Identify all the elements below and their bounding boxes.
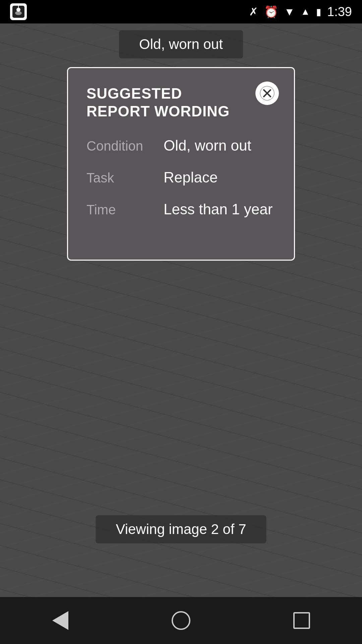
close-button[interactable] bbox=[255, 82, 279, 105]
background-image: Old, worn out SUGGESTED REPORT WORDING C… bbox=[0, 23, 362, 610]
back-button[interactable] bbox=[44, 604, 77, 637]
app-icon bbox=[10, 3, 27, 20]
condition-value: Old, worn out bbox=[164, 137, 276, 154]
wifi-icon: ▼ bbox=[284, 6, 295, 18]
alarm-icon: ⏰ bbox=[264, 5, 278, 18]
signal-icon: ▲ bbox=[301, 6, 310, 17]
status-bar-left bbox=[10, 3, 27, 20]
recent-icon bbox=[293, 612, 310, 629]
modal-overlay: SUGGESTED REPORT WORDING Condition Old, … bbox=[0, 23, 362, 610]
time-label: Time bbox=[86, 201, 164, 217]
modal-title: SUGGESTED REPORT WORDING bbox=[86, 85, 276, 120]
task-row: Task Replace bbox=[86, 169, 276, 186]
status-bar: ✗ ⏰ ▼ ▲ ▮ 1:39 bbox=[0, 0, 362, 23]
condition-row: Condition Old, worn out bbox=[86, 137, 276, 154]
back-icon bbox=[52, 611, 68, 630]
time-row: Time Less than 1 year bbox=[86, 201, 276, 218]
recent-button[interactable] bbox=[285, 604, 318, 637]
bluetooth-icon: ✗ bbox=[249, 5, 258, 18]
svg-point-3 bbox=[15, 11, 22, 15]
home-icon bbox=[172, 611, 190, 630]
condition-label: Condition bbox=[86, 137, 164, 154]
status-bar-right: ✗ ⏰ ▼ ▲ ▮ 1:39 bbox=[249, 5, 352, 19]
suggested-report-modal: SUGGESTED REPORT WORDING Condition Old, … bbox=[67, 67, 295, 261]
battery-icon: ▮ bbox=[316, 6, 321, 17]
navigation-bar bbox=[0, 597, 362, 644]
home-button[interactable] bbox=[164, 604, 198, 637]
close-icon bbox=[260, 86, 275, 101]
task-label: Task bbox=[86, 169, 164, 185]
task-value: Replace bbox=[164, 169, 276, 186]
time-value: Less than 1 year bbox=[164, 201, 276, 218]
status-time: 1:39 bbox=[327, 5, 352, 19]
